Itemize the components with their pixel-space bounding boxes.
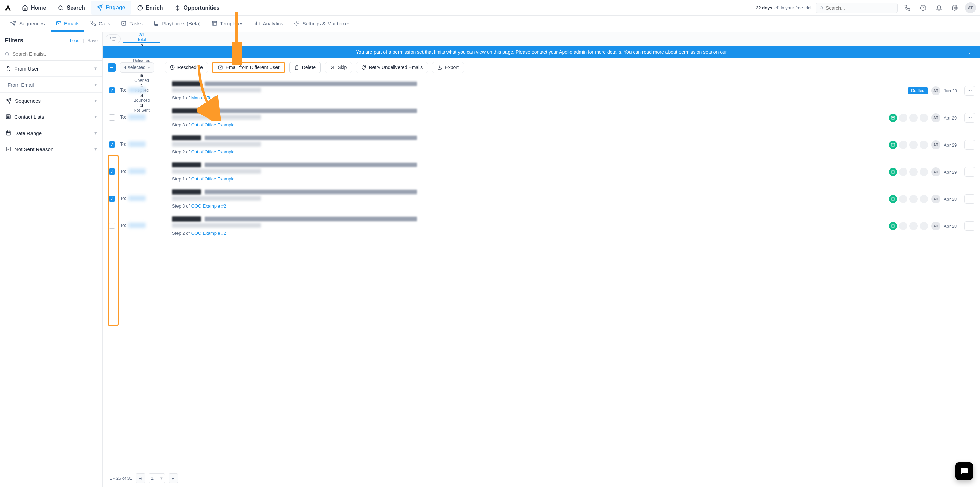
sent-status-dot	[889, 114, 897, 122]
trial-notice: 22 days left in your free trial	[756, 5, 811, 10]
row-date: Apr 29	[944, 116, 961, 121]
email-row[interactable]: ✓ To:xxxxxx Step 1 of Out of Office Exam…	[103, 158, 980, 185]
row-checkbox[interactable]: ✓	[109, 168, 115, 174]
row-more-button[interactable]: ⋯	[964, 86, 975, 95]
filter-search-input[interactable]	[13, 51, 98, 57]
row-more-button[interactable]: ⋯	[964, 194, 975, 204]
settings-icon[interactable]	[949, 2, 960, 13]
filter-from-user[interactable]: From User▾	[0, 60, 102, 77]
save-filters-link[interactable]: Save	[88, 38, 98, 43]
filter-label: Date Range	[14, 130, 42, 136]
subtab-sequences[interactable]: Sequences	[5, 16, 50, 32]
download-icon	[437, 65, 442, 70]
email-row[interactable]: ✓ To:xxxxxx Step 3 of OOO Example #2 AT …	[103, 185, 980, 213]
sequence-link[interactable]: Out of Office Example	[191, 122, 235, 127]
email-row[interactable]: ✓ To:xxxxxx Step 1 of Manual Test Drafte…	[103, 77, 980, 104]
user-avatar[interactable]: AT	[965, 2, 976, 13]
retry-button[interactable]: Retry Undelivered Emails	[356, 62, 428, 73]
row-more-button[interactable]: ⋯	[964, 221, 975, 231]
filter-from-email[interactable]: From Email▾	[0, 77, 102, 93]
step-info: Step 3 of Out of Office Example	[172, 122, 882, 127]
row-checkbox[interactable]: ✓	[109, 87, 115, 94]
email-preview: Step 2 of Out of Office Example	[172, 135, 882, 154]
subtab-tasks[interactable]: Tasks	[116, 16, 147, 32]
filter-not-sent-reason[interactable]: Not Sent Reason▾	[0, 141, 102, 157]
row-more-button[interactable]: ⋯	[964, 113, 975, 123]
pagination: 1 - 25 of 31 ◂ 1▾ ▸	[103, 469, 980, 487]
top-nav-search[interactable]: Search	[52, 1, 90, 15]
send-icon	[10, 20, 16, 26]
row-checkbox[interactable]	[109, 223, 115, 229]
filters-header: Filters Load | Save	[0, 32, 102, 48]
row-more-button[interactable]: ⋯	[964, 140, 975, 150]
subtab-emails[interactable]: Emails	[51, 16, 84, 32]
row-more-button[interactable]: ⋯	[964, 167, 975, 177]
email-row[interactable]: ✓ To:xxxxxx Step 2 of Out of Office Exam…	[103, 131, 980, 158]
top-nav: HomeSearchEngageEnrichOpportunities	[16, 1, 756, 15]
help-icon[interactable]	[918, 2, 929, 13]
book-icon	[154, 21, 159, 26]
top-icons: AT	[902, 2, 976, 13]
status-dot	[909, 222, 918, 230]
sequence-link[interactable]: Out of Office Example	[191, 176, 235, 181]
filter-sequences[interactable]: Sequences▾	[0, 93, 102, 109]
filter-contact-lists[interactable]: Contact Lists▾	[0, 109, 102, 125]
skip-button[interactable]: Skip	[325, 62, 352, 73]
prev-page-button[interactable]: ◂	[136, 473, 145, 483]
subtab-settings-mailboxes[interactable]: Settings & Mailboxes	[289, 16, 355, 32]
email-row[interactable]: To:xxxxxx Step 2 of OOO Example #2 AT Ap…	[103, 213, 980, 240]
global-search-input[interactable]	[826, 5, 894, 11]
top-nav-enrich[interactable]: Enrich	[132, 1, 169, 15]
subtab-calls[interactable]: Calls	[86, 16, 115, 32]
stat-label: Total	[137, 37, 146, 42]
subtab-analytics[interactable]: Analytics	[250, 16, 288, 32]
filter-date-range[interactable]: Date Range▾	[0, 125, 102, 141]
sequence-link[interactable]: Out of Office Example	[191, 149, 235, 154]
send-icon	[5, 98, 12, 104]
subtab-label: Tasks	[129, 21, 142, 26]
bell-icon[interactable]	[934, 2, 944, 13]
top-nav-home[interactable]: Home	[16, 1, 51, 15]
email-different-user-button[interactable]: Email from Different User	[212, 62, 285, 73]
top-nav-opportunities[interactable]: Opportunities	[169, 1, 225, 15]
stat-total[interactable]: 31Total	[123, 32, 161, 43]
email-preview: Step 1 of Out of Office Example	[172, 162, 882, 181]
status-dot	[909, 141, 918, 149]
sequence-link[interactable]: OOO Example #2	[191, 230, 226, 236]
sequence-link[interactable]: OOO Example #2	[191, 203, 226, 209]
selected-count-chip[interactable]: 4 selected ▾	[120, 62, 154, 73]
status-dots	[889, 114, 928, 122]
email-row[interactable]: To:xxxxxx Step 3 of Out of Office Exampl…	[103, 104, 980, 131]
search-icon	[819, 5, 824, 10]
trash-icon	[294, 65, 299, 70]
subtab-playbooks-beta-[interactable]: Playbooks (Beta)	[149, 16, 205, 32]
top-nav-engage[interactable]: Engage	[91, 1, 131, 15]
sequence-link[interactable]: Manual Test	[191, 95, 215, 100]
chat-widget[interactable]	[955, 462, 973, 480]
subtab-label: Settings & Mailboxes	[302, 21, 350, 26]
status-dots	[889, 195, 928, 203]
export-button[interactable]: Export	[432, 62, 464, 73]
filter-search[interactable]	[0, 48, 102, 60]
row-checkbox[interactable]: ✓	[109, 141, 115, 148]
svg-rect-13	[6, 147, 10, 151]
filter-label: Not Sent Reason	[14, 146, 54, 152]
load-filters-link[interactable]: Load	[70, 38, 80, 43]
subtab-templates[interactable]: Templates	[207, 16, 248, 32]
top-bar: HomeSearchEngageEnrichOpportunities 22 d…	[0, 0, 980, 16]
global-search[interactable]	[816, 3, 898, 13]
sent-status-dot	[889, 195, 897, 203]
phone-icon[interactable]	[902, 2, 913, 13]
phone-icon	[91, 21, 96, 26]
delete-button[interactable]: Delete	[289, 62, 321, 73]
row-checkbox[interactable]: ✓	[109, 195, 115, 202]
page-select[interactable]: 1▾	[149, 473, 165, 483]
next-page-button[interactable]: ▸	[169, 473, 178, 483]
select-all-indicator[interactable]: –	[108, 63, 116, 71]
refresh-icon	[137, 5, 143, 11]
collapse-filters-button[interactable]	[105, 34, 121, 43]
reschedule-button[interactable]: Reschedule	[165, 62, 208, 73]
svg-point-2	[820, 6, 822, 9]
svg-point-4	[954, 7, 956, 9]
row-checkbox[interactable]	[109, 114, 115, 121]
